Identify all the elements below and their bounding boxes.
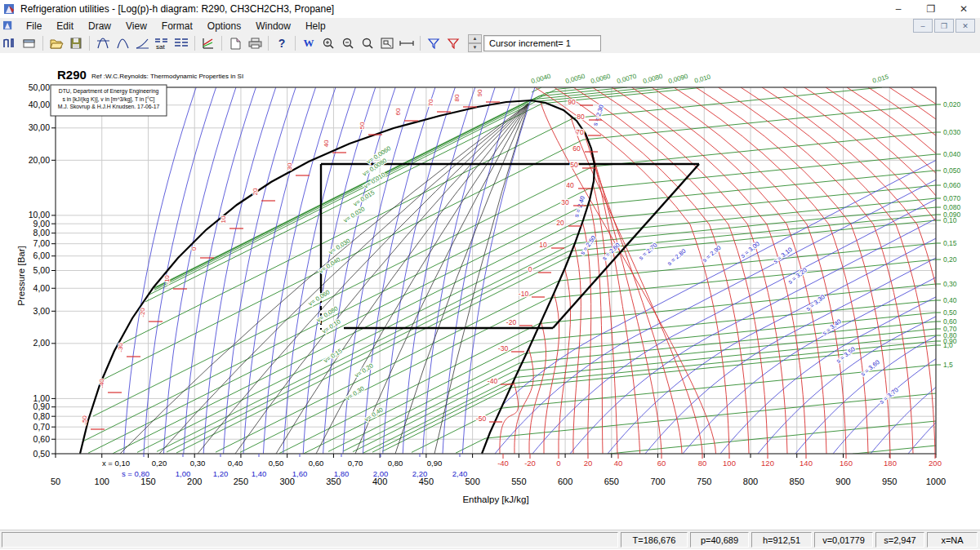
svg-text:0,020: 0,020 (943, 100, 961, 109)
mdi-minimize-button[interactable]: – (913, 19, 933, 33)
menu-format[interactable]: Format (154, 20, 200, 33)
svg-text:0,40: 0,40 (228, 459, 243, 468)
help-icon[interactable]: ? (273, 35, 291, 51)
svg-text:s = 0,80: s = 0,80 (122, 469, 149, 478)
svg-text:0,60: 0,60 (309, 459, 324, 468)
svg-text:20: 20 (556, 219, 564, 227)
svg-text:0,50: 0,50 (943, 308, 957, 317)
svg-text:0,050: 0,050 (943, 166, 961, 175)
svg-text:0,70: 0,70 (33, 422, 51, 432)
svg-text:40: 40 (566, 181, 574, 189)
svg-text:v= 0,020: v= 0,020 (342, 205, 366, 224)
svg-text:900: 900 (835, 477, 850, 486)
logph-diagram[interactable]: 5010015020025030035040045050055060065070… (0, 53, 980, 529)
minimize-button[interactable]: – (882, 0, 915, 18)
svg-text:M.J. Skovrup & H.J.H Knudsen.: M.J. Skovrup & H.J.H Knudsen. 17-06-17 (58, 104, 160, 110)
logph-diagram-svg[interactable]: 5010015020025030035040045050055060065070… (0, 53, 980, 529)
probe-red-icon[interactable] (444, 35, 462, 51)
svg-text:0,30: 0,30 (943, 280, 957, 288)
svg-text:s = 3,70: s = 3,70 (878, 386, 900, 406)
svg-text:100: 100 (723, 459, 736, 468)
status-enthalpy: h=912,51 (751, 532, 812, 548)
zoom-in-icon[interactable] (319, 35, 337, 51)
status-pressure: p=40,689 (690, 532, 749, 548)
cursor-increment-field[interactable]: Cursor increment= 1 (483, 35, 601, 51)
svg-text:80: 80 (577, 113, 585, 121)
svg-text:50: 50 (51, 477, 60, 486)
maximize-button[interactable]: ❐ (915, 0, 947, 18)
svg-text:-50: -50 (476, 415, 487, 423)
cursor-increment-spinner[interactable]: ▲ ▼ (468, 34, 482, 52)
zoom-out-icon[interactable] (339, 35, 357, 51)
close-button[interactable]: ✕ (947, 0, 980, 18)
menu-window[interactable]: Window (248, 20, 298, 33)
menu-file[interactable]: File (19, 20, 49, 33)
probe-blue-icon[interactable] (425, 35, 443, 51)
toolbar: sat ? W ▲ ▼ Cursor increm (0, 33, 980, 54)
svg-text:30: 30 (286, 162, 293, 170)
menu-items: FileEditDrawViewFormatOptionsWindowHelp (19, 20, 333, 32)
svg-text:0,010: 0,010 (693, 73, 711, 84)
svg-text:2,00: 2,00 (33, 338, 51, 348)
svg-text:40: 40 (323, 140, 330, 147)
svg-text:0,15: 0,15 (943, 239, 957, 247)
svg-text:0,0060: 0,0060 (590, 73, 612, 86)
saturation-curve-icon[interactable] (133, 35, 151, 51)
spinner-up-icon[interactable]: ▲ (468, 34, 482, 43)
svg-text:160: 160 (840, 459, 853, 468)
status-volume: v=0,01779 (814, 532, 873, 548)
svg-text:80: 80 (698, 459, 707, 468)
svg-text:0,070: 0,070 (943, 194, 961, 202)
svg-text:60: 60 (657, 459, 666, 468)
svg-text:-20: -20 (506, 318, 517, 326)
table-icon[interactable] (172, 35, 190, 51)
save-icon[interactable] (67, 35, 85, 51)
svg-text:x = 0,10: x = 0,10 (102, 459, 130, 468)
svg-text:70: 70 (427, 99, 434, 106)
status-temperature: T=186,676 (621, 532, 688, 548)
logph-curve-icon[interactable] (94, 35, 112, 51)
menu-edit[interactable]: Edit (49, 20, 81, 33)
zoom-tool-icon[interactable] (359, 35, 376, 51)
spinner-down-icon[interactable]: ▼ (468, 43, 482, 52)
svg-text:0,50: 0,50 (269, 459, 284, 468)
new-window-icon[interactable] (20, 35, 38, 51)
logph-diagram-icon[interactable] (1, 35, 19, 51)
svg-text:1,20: 1,20 (213, 469, 229, 478)
w-tool-icon[interactable]: W (300, 35, 318, 51)
svg-text:0,0080: 0,0080 (642, 73, 664, 86)
mdi-restore-button[interactable]: ❐ (934, 19, 954, 33)
svg-text:s = 2,80: s = 2,80 (666, 247, 687, 267)
menu-help[interactable]: Help (298, 20, 333, 33)
svg-text:0,030: 0,030 (943, 128, 961, 136)
svg-text:70: 70 (576, 128, 584, 136)
svg-text:30,00: 30,00 (29, 122, 50, 132)
svg-text:50: 50 (359, 122, 366, 129)
svg-text:20: 20 (252, 188, 259, 195)
svg-text:-50: -50 (81, 415, 88, 425)
menu-options[interactable]: Options (200, 20, 248, 33)
sat-table-icon[interactable]: sat (153, 35, 171, 51)
svg-text:180: 180 (884, 459, 897, 468)
menu-view[interactable]: View (118, 20, 154, 33)
document-icon[interactable] (226, 35, 244, 51)
chart-flag-icon[interactable] (199, 35, 217, 51)
svg-text:0,20: 0,20 (943, 255, 957, 264)
mdi-close-button[interactable]: ✕ (956, 19, 975, 33)
svg-text:0,50: 0,50 (33, 449, 51, 459)
svg-text:0,90: 0,90 (427, 459, 443, 468)
pan-horizontal-icon[interactable] (398, 35, 416, 51)
menu-draw[interactable]: Draw (81, 20, 118, 33)
svg-text:-10: -10 (519, 290, 529, 298)
svg-text:0,060: 0,060 (943, 181, 961, 189)
svg-text:1,80: 1,80 (334, 469, 350, 478)
svg-text:9,00: 9,00 (33, 219, 51, 228)
zoom-window-icon[interactable] (378, 35, 396, 51)
open-file-icon[interactable] (47, 35, 65, 51)
svg-text:-30: -30 (498, 344, 509, 353)
svg-text:0,70: 0,70 (348, 459, 363, 468)
print-icon[interactable] (246, 35, 264, 51)
svg-text:s in [kJ/(kg K)], v in [m^3/kg: s in [kJ/(kg K)], v in [m^3/kg], T in [°… (63, 96, 155, 103)
dome-curve-icon[interactable] (114, 35, 131, 51)
svg-text:40: 40 (614, 459, 623, 468)
